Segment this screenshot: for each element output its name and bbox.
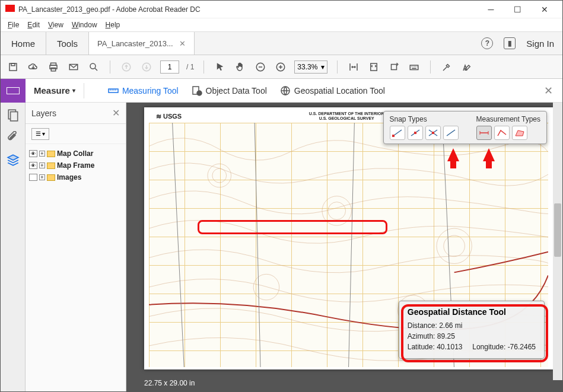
snap-none-button[interactable] xyxy=(443,126,459,140)
thumbnails-icon[interactable] xyxy=(7,109,20,122)
body: Layers ✕ ☰ ▾ 👁 + Map Collar 👁 + Map Fram… xyxy=(1,103,562,392)
menu-edit[interactable]: Edit xyxy=(24,20,43,30)
menu-bar: File Edit View Window Help xyxy=(1,18,562,31)
expand-icon[interactable]: + xyxy=(39,151,45,157)
keyboard-icon[interactable] xyxy=(408,60,421,74)
layers-close-icon[interactable]: ✕ xyxy=(112,107,120,119)
object-data-tool-button[interactable]: i Object Data Tool xyxy=(192,85,267,96)
search-icon[interactable] xyxy=(87,60,100,74)
svg-rect-1 xyxy=(11,63,15,66)
eye-icon-empty[interactable] xyxy=(29,174,37,181)
menu-help[interactable]: Help xyxy=(102,20,124,30)
svg-point-30 xyxy=(444,235,465,257)
caret-down-icon: ▾ xyxy=(72,87,75,94)
dept-line2: U.S. GEOLOGICAL SURVEY xyxy=(309,116,384,121)
layer-label: Map Frame xyxy=(57,161,94,170)
rotate-icon[interactable] xyxy=(387,60,400,74)
annotation-box-2 xyxy=(401,304,548,362)
svg-line-40 xyxy=(447,130,455,136)
maximize-button[interactable]: ☐ xyxy=(504,1,531,18)
sign-in-button[interactable]: Sign In xyxy=(526,39,554,49)
minimize-button[interactable]: ─ xyxy=(478,1,504,18)
ruler-icon xyxy=(108,85,119,96)
print-icon[interactable] xyxy=(47,60,60,74)
measure-dropdown[interactable]: Measure ▾ xyxy=(26,85,84,95)
measure-mode-icon[interactable] xyxy=(1,79,26,103)
svg-point-31 xyxy=(253,274,279,300)
window-title: PA_Lancaster_2013_geo.pdf - Adobe Acroba… xyxy=(18,5,478,14)
measure-bar: Measure ▾ Measuring Tool i Object Data T… xyxy=(1,79,562,103)
document-area[interactable]: ≋USGS U.S. DEPARTMENT OF THE INTERIOR U.… xyxy=(126,103,562,392)
page-total-label: / 1 xyxy=(186,63,194,71)
eye-icon[interactable]: 👁 xyxy=(29,162,37,169)
zoom-select[interactable]: 33.3%▾ xyxy=(294,60,327,74)
pdf-page[interactable]: ≋USGS U.S. DEPARTMENT OF THE INTERIOR U.… xyxy=(144,107,553,369)
geospatial-tool-button[interactable]: Geospatial Location Tool xyxy=(280,85,385,96)
annotation-box-1 xyxy=(198,220,387,234)
expand-icon[interactable]: + xyxy=(39,162,45,168)
snap-intersect-button[interactable] xyxy=(425,126,441,140)
cloud-icon[interactable] xyxy=(27,60,40,74)
annotation-arrow-2 xyxy=(483,148,495,161)
fit-page-icon[interactable] xyxy=(367,60,380,74)
svg-point-6 xyxy=(90,63,96,69)
measuring-tool-button[interactable]: Measuring Tool xyxy=(108,85,179,96)
svg-marker-44 xyxy=(516,130,524,136)
tab-tools[interactable]: Tools xyxy=(46,32,89,55)
measure-label: Measure xyxy=(34,85,70,95)
close-button[interactable]: ✕ xyxy=(531,1,558,18)
fit-width-icon[interactable] xyxy=(347,60,360,74)
vertical-scrollbar[interactable] xyxy=(553,103,562,380)
tab-row: Home Tools PA_Lancaster_2013... ✕ ? ▮ Si… xyxy=(1,31,562,55)
snap-endpoint-button[interactable] xyxy=(390,126,405,140)
next-page-icon[interactable] xyxy=(140,60,153,74)
prev-page-icon[interactable] xyxy=(120,60,133,74)
close-panel-icon[interactable]: ✕ xyxy=(544,84,553,97)
svg-line-33 xyxy=(393,130,402,136)
svg-rect-0 xyxy=(9,63,17,71)
eyedropper-icon[interactable] xyxy=(440,60,453,74)
snap-types-label: Snap Types xyxy=(390,115,459,123)
measure-area-button[interactable] xyxy=(512,126,527,140)
layer-label: Images xyxy=(57,173,81,181)
snap-midpoint-button[interactable] xyxy=(408,126,423,140)
email-icon[interactable] xyxy=(67,60,80,74)
title-bar: PA_Lancaster_2013_geo.pdf - Adobe Acroba… xyxy=(1,1,562,18)
tab-home[interactable]: Home xyxy=(1,32,46,55)
menu-view[interactable]: View xyxy=(44,20,67,30)
expand-icon[interactable]: + xyxy=(39,174,45,180)
select-arrow-icon[interactable] xyxy=(214,60,227,74)
layers-title: Layers xyxy=(31,109,56,118)
svg-rect-12 xyxy=(392,64,397,69)
attachments-icon[interactable] xyxy=(7,131,20,144)
hand-icon[interactable] xyxy=(234,60,247,74)
folder-icon xyxy=(47,162,55,169)
main-toolbar: / 1 33.3%▾ xyxy=(1,55,562,79)
usgs-logo: ≋USGS xyxy=(156,113,182,120)
eye-icon[interactable]: 👁 xyxy=(29,150,37,157)
save-icon[interactable] xyxy=(7,60,20,74)
layer-node[interactable]: + Images xyxy=(28,171,123,183)
menu-window[interactable]: Window xyxy=(68,20,101,30)
menu-file[interactable]: File xyxy=(4,20,23,30)
mobile-icon[interactable]: ▮ xyxy=(504,37,516,49)
page-number-input[interactable] xyxy=(160,60,179,74)
layers-panel: Layers ✕ ☰ ▾ 👁 + Map Collar 👁 + Map Fram… xyxy=(26,103,126,392)
tab-close-icon[interactable]: ✕ xyxy=(179,39,186,48)
zoom-value: 33.3% xyxy=(297,63,317,71)
measure-perimeter-button[interactable] xyxy=(494,126,510,140)
help-icon[interactable]: ? xyxy=(481,37,493,49)
tab-document[interactable]: PA_Lancaster_2013... ✕ xyxy=(89,32,195,55)
layers-icon[interactable] xyxy=(7,154,20,167)
geospatial-label: Geospatial Location Tool xyxy=(294,86,385,95)
object-data-label: Object Data Tool xyxy=(206,86,267,95)
zoom-out-icon[interactable] xyxy=(254,60,267,74)
zoom-in-icon[interactable] xyxy=(274,60,287,74)
annotation-arrow-1 xyxy=(447,148,459,161)
sign-icon[interactable] xyxy=(460,60,473,74)
layer-node[interactable]: 👁 + Map Collar xyxy=(28,148,123,160)
layer-node[interactable]: 👁 + Map Frame xyxy=(28,160,123,171)
svg-point-25 xyxy=(208,164,231,187)
measure-distance-button[interactable] xyxy=(476,126,492,140)
layers-options-button[interactable]: ☰ ▾ xyxy=(31,128,49,140)
